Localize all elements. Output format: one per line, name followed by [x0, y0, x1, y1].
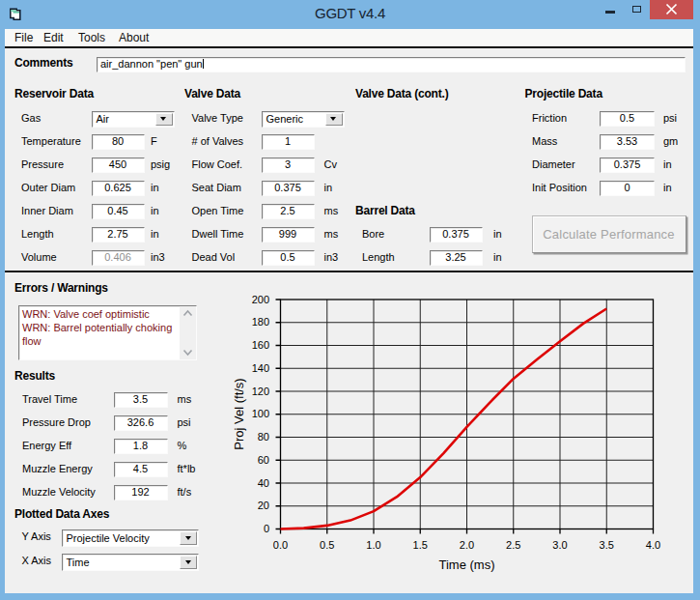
svg-text:40: 40	[258, 477, 269, 489]
svg-text:0: 0	[264, 523, 269, 534]
svg-text:80: 80	[258, 431, 269, 443]
svg-text:2.5: 2.5	[506, 539, 520, 551]
svg-text:Proj Vel (ft/s): Proj Vel (ft/s)	[232, 378, 246, 449]
svg-text:180: 180	[252, 316, 269, 328]
svg-text:120: 120	[252, 386, 269, 397]
svg-text:1.0: 1.0	[366, 539, 380, 551]
svg-text:3.0: 3.0	[552, 539, 567, 551]
svg-text:140: 140	[252, 362, 269, 374]
svg-text:60: 60	[258, 454, 269, 466]
svg-text:2.0: 2.0	[460, 539, 474, 551]
svg-text:20: 20	[258, 500, 269, 511]
svg-text:0.5: 0.5	[320, 539, 334, 551]
svg-text:100: 100	[252, 408, 269, 419]
svg-text:3.5: 3.5	[600, 539, 614, 551]
svg-text:4.0: 4.0	[646, 539, 660, 551]
svg-text:200: 200	[252, 294, 269, 305]
svg-text:160: 160	[252, 339, 269, 351]
svg-text:Time (ms): Time (ms)	[438, 557, 494, 572]
svg-text:0.0: 0.0	[273, 539, 288, 551]
svg-text:1.5: 1.5	[413, 539, 428, 551]
